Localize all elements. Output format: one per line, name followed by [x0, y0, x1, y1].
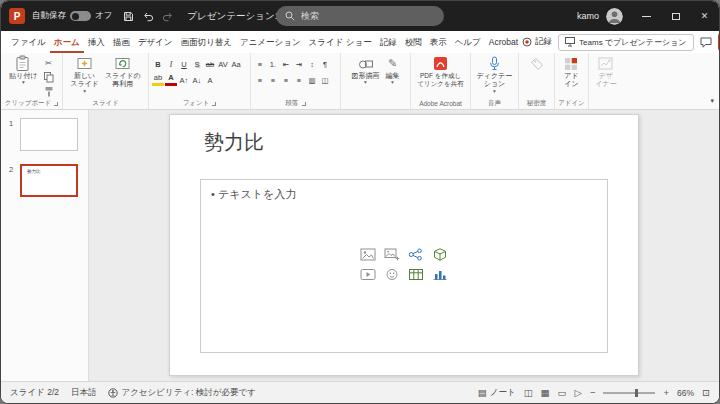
content-placeholder[interactable]: テキストを入力: [200, 179, 608, 353]
underline-button[interactable]: U: [178, 58, 190, 71]
convert-to-smartart-button[interactable]: ◫: [319, 74, 331, 87]
tab-animations[interactable]: アニメーション: [236, 31, 305, 53]
font-color-button[interactable]: A: [165, 74, 177, 86]
user-avatar[interactable]: [606, 8, 623, 25]
autosave-toggle-icon[interactable]: [70, 11, 91, 21]
numbering-button[interactable]: 1.: [267, 58, 279, 71]
create-pdf-button[interactable]: PDF を作成し てリンクを共有: [415, 54, 465, 89]
insert-icon-icon[interactable]: [384, 267, 400, 285]
clipboard-dialog-launcher[interactable]: [54, 102, 58, 106]
tab-design[interactable]: デザイン: [134, 31, 177, 53]
undo-button[interactable]: [142, 11, 154, 22]
user-name[interactable]: kamo: [577, 11, 599, 21]
teams-present-button[interactable]: Teams でプレゼンテーション: [558, 34, 693, 51]
copy-button[interactable]: [42, 71, 56, 83]
chart-icon[interactable]: [432, 267, 448, 285]
italic-button[interactable]: I: [165, 58, 177, 71]
zoom-in-button[interactable]: +: [663, 387, 669, 398]
stock-image-icon[interactable]: [360, 247, 376, 265]
placeholder-prompt-text[interactable]: テキストを入力: [211, 187, 296, 202]
increase-font-size-button[interactable]: A↑: [178, 74, 190, 87]
paragraph-dialog-launcher[interactable]: [302, 102, 306, 106]
maximize-button[interactable]: [661, 1, 690, 31]
tab-home[interactable]: ホーム: [50, 31, 84, 53]
align-center-button[interactable]: ≡: [267, 74, 279, 87]
search-input[interactable]: [301, 11, 435, 21]
minimize-button[interactable]: [632, 1, 661, 31]
tab-file[interactable]: ファイル: [7, 31, 50, 53]
new-slide-button[interactable]: 新しい スライド ▾: [68, 54, 101, 95]
slide-2-thumb-selected[interactable]: 勢力比: [20, 164, 78, 197]
reading-view-button[interactable]: ▭: [558, 387, 567, 398]
align-left-button[interactable]: ≡: [254, 74, 266, 87]
columns-button[interactable]: ▥: [306, 74, 318, 87]
tab-slideshow[interactable]: スライド ショー: [305, 31, 376, 53]
tab-insert[interactable]: 挿入: [84, 31, 109, 53]
powerpoint-logo-icon[interactable]: [9, 8, 25, 24]
bullets-button[interactable]: ≡: [254, 58, 266, 71]
slide-thumbnail-2[interactable]: 2 勢力比: [9, 164, 88, 197]
zoom-slider-thumb[interactable]: [635, 389, 638, 397]
sensitivity-button[interactable]: [528, 54, 546, 73]
accessibility-status[interactable]: アクセシビリティ: 検討が必要です: [108, 387, 255, 399]
share-button[interactable]: 共有: [718, 33, 719, 51]
tab-review[interactable]: 校閲: [401, 31, 426, 53]
slide-thumbnail-1[interactable]: 1: [9, 118, 88, 151]
autosave-control[interactable]: 自動保存 オフ: [32, 10, 112, 22]
paste-button[interactable]: 貼り付け ▾: [7, 54, 39, 87]
align-right-button[interactable]: ≡: [280, 74, 292, 87]
shapes-button[interactable]: 図形描画 ▾: [350, 54, 382, 87]
increase-indent-button[interactable]: ⇥: [293, 58, 305, 71]
designer-button[interactable]: デザ イナー: [593, 54, 618, 90]
tab-transitions[interactable]: 画面切り替え: [177, 31, 236, 53]
picture-icon[interactable]: [384, 247, 400, 265]
dictate-button[interactable]: ディクテー ション ▾: [475, 54, 515, 95]
notes-button[interactable]: ▤ ノート: [478, 387, 516, 399]
character-spacing-button[interactable]: AV: [217, 58, 229, 71]
tab-help[interactable]: ヘルプ: [451, 31, 485, 53]
text-highlight-button[interactable]: ab: [152, 74, 164, 86]
clear-formatting-button[interactable]: A: [204, 74, 216, 87]
slide-title[interactable]: 勢力比: [204, 129, 264, 156]
cut-button[interactable]: ✂: [42, 57, 56, 69]
decrease-indent-button[interactable]: ⇤: [280, 58, 292, 71]
record-button[interactable]: 記録: [522, 36, 552, 48]
redo-button[interactable]: [162, 11, 174, 22]
tab-record[interactable]: 記録: [376, 31, 401, 53]
text-direction-button[interactable]: ¶: [319, 58, 331, 71]
normal-view-button[interactable]: ◫: [524, 387, 533, 398]
addins-button[interactable]: アド イン: [562, 54, 580, 90]
slideshow-button[interactable]: ▷: [575, 387, 582, 398]
video-icon[interactable]: [360, 267, 376, 285]
reuse-slides-button[interactable]: スライドの 再利用: [103, 54, 143, 90]
save-button[interactable]: [123, 11, 134, 22]
font-dialog-launcher[interactable]: [212, 102, 216, 106]
slide-sorter-button[interactable]: ▦: [541, 387, 550, 398]
justify-button[interactable]: ≡: [293, 74, 305, 87]
tab-draw[interactable]: 描画: [109, 31, 134, 53]
smartart-icon[interactable]: [408, 247, 424, 265]
collapse-ribbon-button[interactable]: ▾: [710, 97, 714, 105]
tab-acrobat[interactable]: Acrobat: [485, 31, 522, 53]
decrease-font-size-button[interactable]: A↓: [191, 74, 203, 87]
zoom-out-button[interactable]: −: [590, 387, 596, 398]
zoom-level[interactable]: 66%: [677, 388, 694, 398]
strikethrough-button[interactable]: ab: [204, 58, 216, 71]
3d-model-icon[interactable]: [432, 247, 448, 265]
line-spacing-button[interactable]: ↕: [306, 58, 318, 71]
table-icon[interactable]: [408, 267, 424, 285]
zoom-slider[interactable]: [603, 392, 655, 394]
comments-button[interactable]: [700, 37, 712, 48]
language-selector[interactable]: 日本語: [71, 387, 97, 399]
tab-view[interactable]: 表示: [426, 31, 451, 53]
bold-button[interactable]: B: [152, 58, 164, 71]
close-button[interactable]: ✕: [690, 1, 719, 31]
search-box[interactable]: [276, 6, 444, 26]
slide-1-thumb[interactable]: [20, 118, 78, 151]
text-shadow-button[interactable]: S: [191, 58, 203, 71]
change-case-button[interactable]: Aa: [230, 58, 242, 71]
format-painter-button[interactable]: [42, 85, 56, 97]
slide-editor[interactable]: 勢力比 テキストを入力: [169, 114, 639, 376]
fit-to-window-button[interactable]: ⊡: [702, 387, 710, 398]
editing-button[interactable]: ✎ 編集 ▾: [384, 54, 402, 87]
